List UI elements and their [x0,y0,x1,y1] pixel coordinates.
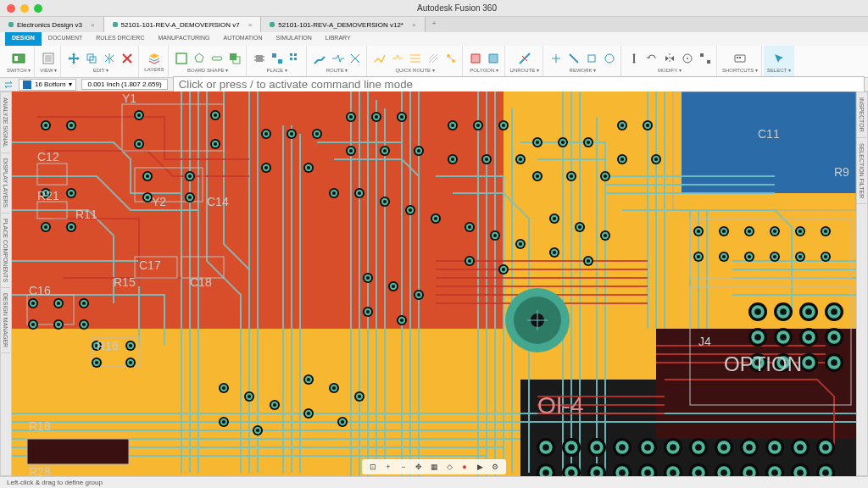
doc-icon [270,22,275,27]
svg-text:C12: C12 [37,150,59,164]
pan-icon[interactable]: ✥ [413,461,425,473]
svg-text:C17: C17 [139,258,161,272]
rework3-icon[interactable] [584,51,599,66]
modify-array-icon[interactable] [698,51,713,66]
tab-display-layers[interactable]: DISPLAY LAYERS [1,153,10,214]
modify-rotate-icon[interactable] [644,51,659,66]
play-icon[interactable]: ▶ [474,461,486,473]
tool-group-unroute: UNROUTE ▾ [507,46,543,77]
close-icon[interactable]: × [91,21,95,29]
svg-point-312 [307,378,310,381]
svg-point-276 [824,230,827,233]
quickroute-icon[interactable] [372,51,387,66]
copy-icon[interactable] [84,51,99,66]
doc-tab-electronics[interactable]: Electronics Design v3× [0,17,104,32]
ripup-icon[interactable] [330,51,345,66]
svg-rect-27 [739,57,741,58]
tab-design-manager[interactable]: DESIGN MANAGER [1,288,10,353]
svg-point-20 [605,54,614,63]
tool-group-shortcuts: SHORTCUTS ▾ [719,46,762,77]
settings-icon[interactable]: ⚙ [489,461,501,473]
tool-group-select: SELECT ▾ [764,46,794,77]
svg-point-189 [493,234,497,237]
ribbon-tab-manufacturing[interactable]: MANUFACTURING [151,32,216,46]
rework1-icon[interactable] [548,51,564,66]
ribbon-tab-automation[interactable]: AUTOMATION [217,32,270,46]
svg-text:R15: R15 [114,275,136,289]
mirror-icon[interactable] [102,51,117,66]
layer-dropdown[interactable]: 16 Bottom ▾ [19,79,76,91]
rework4-icon[interactable] [602,51,617,66]
modify-mirror-icon[interactable] [662,51,677,66]
quickroute2-icon[interactable] [390,51,405,66]
maximize-window-icon[interactable] [34,4,42,13]
rework2-icon[interactable] [566,51,581,66]
doc-icon [8,22,14,27]
quickroute5-icon[interactable] [443,51,459,66]
delete-icon[interactable] [120,51,135,66]
pcb-canvas[interactable]: Y1 C12 R21 R11 Y2 C14 C17 R15 C18 C16 R1… [12,92,856,476]
snap-icon[interactable]: ◇ [443,461,455,473]
tab-inspector[interactable]: INSPECTOR [857,92,866,138]
record-icon[interactable]: ● [459,461,470,473]
place-grid-icon[interactable] [287,51,303,66]
view-icon[interactable] [41,51,56,66]
ribbon-tab-document[interactable]: DOCUMENT [42,32,89,46]
polygon-icon[interactable] [468,51,483,66]
close-icon[interactable]: × [248,21,253,29]
tool-group-route: ROUTE ▾ [309,46,367,77]
svg-point-354 [771,444,778,451]
place-component-icon[interactable] [252,51,267,66]
derive-icon[interactable] [227,51,242,66]
doc-tab-demo-v7[interactable]: 52101-101-REV-A_DEMOVERSION v7× [104,17,262,32]
ribbon-tab-rules[interactable]: RULES DRC/ERC [89,32,151,46]
tab-selection-filter[interactable]: SELECTION FILTER [857,138,866,204]
move-icon[interactable] [66,51,81,66]
ribbon-tab-simulation[interactable]: SIMULATION [270,32,319,46]
unroute-icon[interactable] [517,51,532,66]
tab-analyze-signal[interactable]: ANALYZE SIGNAL [1,92,10,153]
close-icon[interactable]: × [412,21,416,29]
svg-point-330 [568,444,575,451]
zoom-out-icon[interactable]: − [398,461,409,473]
svg-point-327 [542,444,549,451]
grid-icon[interactable]: ▦ [428,461,440,473]
modify-spin-icon[interactable] [680,51,695,66]
ribbon-tab-library[interactable]: LIBRARY [319,32,358,46]
quickroute3-icon[interactable] [408,51,423,66]
ribbon-tab-design[interactable]: DESIGN [5,32,42,46]
pcb-layout: Y1 C12 R21 R11 Y2 C14 C17 R15 C18 C16 R1… [12,92,856,476]
command-line-input[interactable] [173,76,865,92]
close-window-icon[interactable] [7,4,15,13]
svg-point-408 [831,308,837,315]
svg-point-168 [451,124,454,127]
polygon-pour-icon[interactable] [486,51,501,66]
svg-point-72 [137,142,141,146]
svg-point-237 [578,225,581,229]
svg-text:R9: R9 [834,165,849,179]
tab-place-components[interactable]: PLACE COMPONENTS [1,214,10,288]
outline-icon[interactable] [174,51,189,66]
minimize-window-icon[interactable] [20,4,29,13]
select-icon[interactable] [771,51,787,66]
slot-icon[interactable] [209,51,225,66]
svg-point-249 [620,124,624,127]
layer-flip-icon[interactable] [3,80,14,90]
shortcuts-icon[interactable] [732,51,748,66]
polygon-shape-icon[interactable] [192,51,207,66]
quickroute4-icon[interactable] [426,51,441,66]
modify-move-icon[interactable] [626,51,642,66]
svg-text:R11: R11 [75,208,97,221]
switch-icon[interactable] [11,51,26,66]
svg-point-147 [383,149,387,152]
layers-icon[interactable] [147,51,162,66]
route-icon[interactable] [312,51,327,66]
place-group-icon[interactable] [270,51,285,66]
svg-point-90 [31,302,35,305]
zoom-in-icon[interactable]: + [382,461,394,473]
zoom-fit-icon[interactable]: ⊡ [367,461,379,473]
new-tab-button[interactable]: + [426,17,443,32]
doc-tab-demo-v12[interactable]: 52101-101-REV-A_DEMOVERSION v12*× [261,17,425,32]
svg-point-93 [31,323,35,326]
fanout-icon[interactable] [348,51,363,66]
